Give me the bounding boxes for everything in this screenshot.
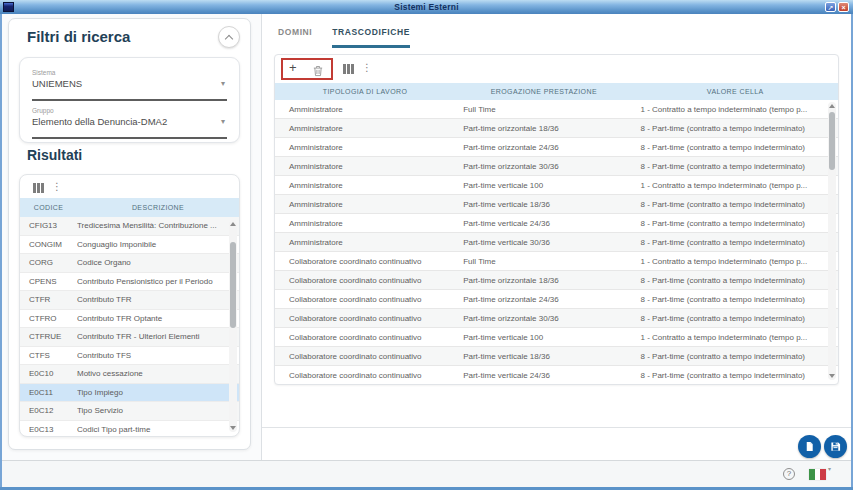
tipologia-cell: Collaboratore coordinato continuativo	[275, 352, 455, 361]
collapse-filters-button[interactable]	[218, 26, 240, 48]
results-row[interactable]: E0C10 Motivo cessazione	[20, 365, 239, 384]
kebab-menu-icon[interactable]: ⋮	[362, 63, 372, 73]
results-table: ⋮ CODICE DESCRIZIONE CFIG13 Tredicesima …	[19, 174, 240, 437]
chevron-down-icon: ▾	[828, 465, 831, 472]
app-window: Sistemi Esterni ↗ × Filtri di ricerca Si…	[0, 0, 853, 490]
sistema-label: Sistema	[32, 67, 227, 76]
scrollbar-thumb[interactable]	[230, 242, 236, 328]
erogazione-cell: Part-time verticale 24/36	[455, 371, 632, 380]
results-row[interactable]: CTFS Contributo TFS	[20, 347, 239, 366]
trascodifiche-row[interactable]: Amministratore Part-time verticale 24/36…	[275, 214, 838, 233]
scroll-down-icon[interactable]	[829, 374, 835, 378]
chevron-up-icon	[225, 35, 233, 43]
columns-icon[interactable]	[343, 64, 354, 74]
valore-cell: 8 - Part-time (contratto a tempo indeter…	[633, 143, 838, 152]
results-toolbar: ⋮	[20, 175, 239, 198]
tipologia-cell: Collaboratore coordinato continuativo	[275, 276, 455, 285]
tipologia-cell: Amministratore	[275, 219, 455, 228]
trascodifiche-table: + ⋮ TIPOLOGIA DI LAVORO EROGAZIONE PREST…	[274, 54, 839, 385]
trascodifiche-row[interactable]: Amministratore Part-time verticale 18/36…	[275, 195, 838, 214]
trash-icon[interactable]	[313, 63, 323, 81]
codice-cell: CTFRUE	[20, 332, 77, 341]
new-document-button[interactable]	[798, 435, 821, 458]
save-button[interactable]	[824, 435, 847, 458]
results-scrollbar[interactable]	[229, 220, 237, 432]
detail-panel: DOMINI TRASCODIFICHE + ⋮ TIPOLOGIA	[262, 14, 851, 460]
tab-trascodifiche[interactable]: TRASCODIFICHE	[332, 27, 410, 48]
erogazione-cell: Part-time verticale 30/36	[455, 238, 632, 247]
scroll-up-icon[interactable]	[829, 104, 835, 108]
save-icon	[830, 441, 841, 452]
valore-cell: 1 - Contratto a tempo indeterminato (tem…	[633, 105, 838, 114]
results-row[interactable]: CONGIM Conguaglio Imponibile	[20, 236, 239, 255]
filters-title: Filtri di ricerca	[27, 28, 130, 45]
trascodifiche-row[interactable]: Collaboratore coordinato continuativo Pa…	[275, 328, 838, 347]
descrizione-cell: Conguaglio Imponibile	[77, 240, 239, 249]
descrizione-cell: Contributo Pensionistico per il Periodo	[77, 277, 239, 286]
results-row[interactable]: CPENS Contributo Pensionistico per il Pe…	[20, 273, 239, 292]
codice-cell: CTFR	[20, 295, 77, 304]
kebab-menu-icon[interactable]: ⋮	[52, 182, 62, 192]
valore-cell: 1 - Contratto a tempo indeterminato (tem…	[633, 257, 838, 266]
erogazione-cell: Part-time verticale 100	[455, 333, 632, 342]
sistema-value: UNIEMENS	[32, 78, 227, 89]
scroll-down-icon[interactable]	[230, 426, 236, 430]
results-row[interactable]: CTFR Contributo TFR	[20, 291, 239, 310]
results-row[interactable]: CTFRO Contributo TFR Optante	[20, 310, 239, 329]
column-header-tipologia[interactable]: TIPOLOGIA DI LAVORO	[275, 88, 455, 95]
trascodifiche-row[interactable]: Collaboratore coordinato continuativo Pa…	[275, 290, 838, 309]
scroll-up-icon[interactable]	[230, 222, 236, 226]
help-icon[interactable]: ?	[783, 468, 795, 480]
trascodifiche-row[interactable]: Collaboratore coordinato continuativo Pa…	[275, 347, 838, 366]
codice-cell: E0C13	[20, 425, 77, 434]
trascodifiche-row[interactable]: Collaboratore coordinato continuativo Fu…	[275, 252, 838, 271]
chevron-down-icon[interactable]: ▾	[221, 117, 225, 126]
trascodifiche-row[interactable]: Amministratore Part-time orizzontale 24/…	[275, 138, 838, 157]
descrizione-cell: Codice Organo	[77, 258, 239, 267]
sistema-select[interactable]: Sistema UNIEMENS ▾	[32, 67, 227, 101]
tipologia-cell: Collaboratore coordinato continuativo	[275, 371, 455, 380]
results-row[interactable]: CORG Codice Organo	[20, 254, 239, 273]
trascodifiche-row[interactable]: Collaboratore coordinato continuativo Pa…	[275, 271, 838, 290]
titlebar[interactable]: Sistemi Esterni ↗ ×	[0, 0, 853, 14]
tipologia-cell: Amministratore	[275, 162, 455, 171]
results-row[interactable]: E0C13 Codici Tipo part-time	[20, 421, 239, 438]
descrizione-cell: Motivo cessazione	[77, 369, 239, 378]
trascodifiche-toolbar: + ⋮	[275, 55, 838, 83]
results-row[interactable]: CTFRUE Contributo TFR - Ulteriori Elemen…	[20, 328, 239, 347]
trascodifiche-row[interactable]: Amministratore Part-time verticale 100 1…	[275, 176, 838, 195]
valore-cell: 8 - Part-time (contratto a tempo indeter…	[633, 352, 838, 361]
results-row[interactable]: E0C11 Tipo Impiego	[20, 384, 239, 403]
column-header-descrizione[interactable]: DESCRIZIONE	[77, 204, 239, 211]
codice-cell: E0C11	[20, 388, 77, 397]
trascodifiche-row[interactable]: Collaboratore coordinato continuativo Pa…	[275, 309, 838, 328]
close-button[interactable]: ×	[838, 2, 849, 12]
tipologia-cell: Collaboratore coordinato continuativo	[275, 295, 455, 304]
column-header-erogazione[interactable]: EROGAZIONE PRESTAZIONE	[455, 88, 632, 95]
columns-icon[interactable]	[33, 183, 44, 193]
column-header-valore[interactable]: VALORE CELLA	[633, 88, 838, 95]
trascodifiche-row[interactable]: Amministratore Full Time 1 - Contratto a…	[275, 100, 838, 119]
tipologia-cell: Amministratore	[275, 105, 455, 114]
restore-button[interactable]: ↗	[825, 2, 836, 12]
codice-cell: CTFS	[20, 351, 77, 360]
erogazione-cell: Part-time verticale 18/36	[455, 200, 632, 209]
footer-divider	[262, 427, 851, 428]
trascodifiche-row[interactable]: Collaboratore coordinato continuativo Pa…	[275, 366, 838, 385]
gruppo-select[interactable]: Gruppo Elemento della Denuncia-DMA2 ▾	[32, 105, 227, 139]
window-title: Sistemi Esterni	[0, 0, 853, 14]
add-icon[interactable]: +	[289, 62, 297, 74]
column-header-codice[interactable]: CODICE	[20, 204, 77, 211]
trascodifiche-row[interactable]: Amministratore Part-time verticale 30/36…	[275, 233, 838, 252]
trascodifiche-scrollbar[interactable]	[828, 102, 836, 380]
trascodifiche-row[interactable]: Amministratore Part-time orizzontale 18/…	[275, 119, 838, 138]
chevron-down-icon[interactable]: ▾	[221, 79, 225, 88]
tab-domini[interactable]: DOMINI	[278, 27, 312, 48]
results-row[interactable]: CFIG13 Tredicesima Mensilità: Contribuzi…	[20, 217, 239, 236]
scrollbar-thumb[interactable]	[829, 112, 835, 170]
valore-cell: 1 - Contratto a tempo indeterminato (tem…	[633, 333, 838, 342]
results-row[interactable]: E0C12 Tipo Servizio	[20, 402, 239, 421]
descrizione-cell: Contributo TFR	[77, 295, 239, 304]
trascodifiche-row[interactable]: Amministratore Part-time orizzontale 30/…	[275, 157, 838, 176]
language-selector[interactable]: ▾	[809, 468, 831, 480]
